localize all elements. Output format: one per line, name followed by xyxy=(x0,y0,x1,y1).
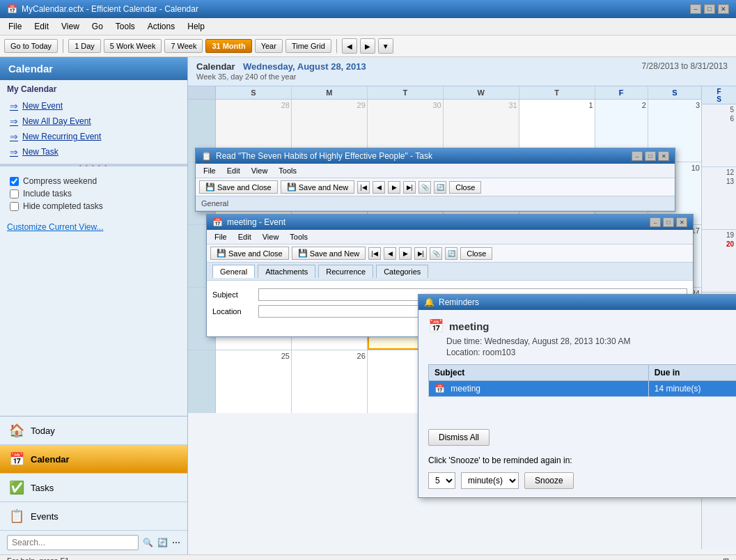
table-row[interactable]: 📅 meeting 14 minute(s) xyxy=(429,381,737,397)
meeting-close-btn2[interactable]: Close xyxy=(460,247,492,260)
minimize-button[interactable]: – xyxy=(690,4,701,14)
menu-view[interactable]: View xyxy=(56,20,85,33)
menu-file[interactable]: File xyxy=(3,20,27,33)
include-tasks-input[interactable] xyxy=(10,189,19,199)
hide-completed-label: Hide completed tasks xyxy=(23,201,103,211)
snooze-value-select[interactable]: 5 xyxy=(428,472,455,489)
task-menu-edit[interactable]: Edit xyxy=(222,165,245,176)
workweek-num: 5 xyxy=(110,42,114,50)
meeting-close-btn[interactable]: ✕ xyxy=(676,217,687,227)
meeting-window-menubar: File Edit View Tools xyxy=(207,230,693,244)
task-save-new-btn[interactable]: 💾 Save and New xyxy=(281,180,355,194)
meeting-save-new-icon: 💾 xyxy=(298,249,308,258)
meeting-menu-view[interactable]: View xyxy=(258,231,284,242)
hide-completed-checkbox[interactable]: Hide completed tasks xyxy=(7,200,180,212)
tab-recurrence[interactable]: Recurrence xyxy=(318,265,373,278)
nav-calendar[interactable]: 📅 Calendar xyxy=(0,445,187,474)
include-tasks-checkbox[interactable]: Include tasks xyxy=(7,187,180,200)
options-icon[interactable]: ⋯ xyxy=(172,538,180,547)
meeting-nav-next[interactable]: ▶ xyxy=(399,247,412,260)
day-num: 1 xyxy=(75,42,79,50)
new-recurring-link[interactable]: ⇒ New Recurring Event xyxy=(0,129,187,144)
menu-edit[interactable]: Edit xyxy=(29,20,54,33)
nav-tasks-label: Tasks xyxy=(31,483,54,493)
new-event-link[interactable]: ⇒ New Event xyxy=(0,98,187,114)
tab-categories[interactable]: Categories xyxy=(376,265,428,278)
snooze-button[interactable]: Snooze xyxy=(524,472,574,489)
customize-link[interactable]: Customize Current View... xyxy=(7,222,104,232)
close-button[interactable]: ✕ xyxy=(718,4,729,14)
reminders-titlebar[interactable]: 🔔 Reminders – □ ✕ xyxy=(418,295,736,310)
task-close-btn[interactable]: ✕ xyxy=(658,151,669,161)
menu-help[interactable]: Help xyxy=(182,20,210,33)
snooze-unit-select[interactable]: minute(s) xyxy=(461,472,519,489)
hide-completed-input[interactable] xyxy=(10,202,19,211)
year-view-button[interactable]: Year xyxy=(255,39,283,53)
meeting-nav-prev[interactable]: ◀ xyxy=(384,247,396,260)
cal-cell-aug25[interactable]: 25 xyxy=(216,350,292,413)
menu-go[interactable]: Go xyxy=(86,20,109,33)
sidebar-customize[interactable]: Customize Current View... xyxy=(0,217,187,238)
restore-button[interactable]: □ xyxy=(704,4,715,14)
meeting-minimize-btn[interactable]: – xyxy=(650,217,661,227)
sidebar-section: My Calendar xyxy=(0,80,187,98)
meeting-attach-btn[interactable]: 📎 xyxy=(430,247,442,260)
search-icon[interactable]: 🔍 xyxy=(143,538,153,547)
meeting-refresh-btn[interactable]: 🔄 xyxy=(445,247,457,260)
prev-button[interactable]: ◀ xyxy=(342,38,357,54)
task-menu-tools[interactable]: Tools xyxy=(274,165,302,176)
meeting-save-close-btn[interactable]: 💾 Save and Close xyxy=(210,247,289,260)
meeting-restore-btn[interactable]: □ xyxy=(663,217,674,227)
dropdown-button[interactable]: ▼ xyxy=(378,38,393,54)
timegrid-view-button[interactable]: Time Grid xyxy=(285,39,331,53)
task-nav-next[interactable]: ▶ xyxy=(388,181,400,194)
nav-tasks[interactable]: ✅ Tasks xyxy=(0,474,187,502)
right-col-row3: 19 20 xyxy=(702,230,736,293)
task-menu-file[interactable]: File xyxy=(198,165,221,176)
nav-today[interactable]: 🏠 Today xyxy=(0,417,187,445)
task-refresh-btn[interactable]: 🔄 xyxy=(434,181,446,194)
meeting-window-titlebar[interactable]: 📅 meeting - Event – □ ✕ xyxy=(207,215,693,230)
task-save-close-btn[interactable]: 💾 Save and Close xyxy=(199,180,278,194)
tab-attachments[interactable]: Attachments xyxy=(258,265,315,278)
task-nav-prev[interactable]: ◀ xyxy=(373,181,385,194)
meeting-window-icon: 📅 xyxy=(212,217,223,227)
task-nav-last[interactable]: ▶| xyxy=(403,181,416,194)
task-window-titlebar[interactable]: 📋 Read "The Seven Habits of Highly Effec… xyxy=(196,148,675,164)
menu-tools[interactable]: Tools xyxy=(110,20,141,33)
meeting-menu-file[interactable]: File xyxy=(210,231,232,242)
meeting-menu-edit[interactable]: Edit xyxy=(233,231,256,242)
today-icon: 🏠 xyxy=(8,422,25,439)
task-minimize-btn[interactable]: – xyxy=(632,151,643,161)
task-nav-first[interactable]: |◀ xyxy=(357,181,370,194)
goto-today-button[interactable]: Go to Today xyxy=(4,39,58,53)
task-menu-view[interactable]: View xyxy=(246,165,273,176)
meeting-menu-tools[interactable]: Tools xyxy=(285,231,313,242)
compress-weekend-checkbox[interactable]: Compress weekend xyxy=(7,175,180,187)
new-task-link[interactable]: ⇒ New Task xyxy=(0,144,187,160)
task-attach-btn[interactable]: 📎 xyxy=(418,181,431,194)
meeting-nav-last[interactable]: ▶| xyxy=(414,247,427,260)
next-button[interactable]: ▶ xyxy=(360,38,375,54)
new-allday-link[interactable]: ⇒ New All Day Event xyxy=(0,114,187,129)
meeting-nav-first[interactable]: |◀ xyxy=(368,247,381,260)
reminder-location: Location: room103 xyxy=(428,348,736,357)
day-view-button[interactable]: 1 Day xyxy=(68,39,101,53)
search-input[interactable] xyxy=(7,535,139,550)
meeting-save-new-btn[interactable]: 💾 Save and New xyxy=(292,247,366,260)
refresh-icon[interactable]: 🔄 xyxy=(157,538,168,547)
nav-events[interactable]: 📋 Events xyxy=(0,502,187,531)
week-view-button[interactable]: 7 Week xyxy=(164,39,203,53)
dismiss-all-button[interactable]: Dismiss All xyxy=(428,429,490,446)
task-close-btn2[interactable]: Close xyxy=(449,181,481,194)
sidebar-divider[interactable]: • • • • • xyxy=(0,164,187,166)
month-view-button[interactable]: 31 Month xyxy=(205,39,251,53)
menu-actions[interactable]: Actions xyxy=(142,20,180,33)
task-restore-btn[interactable]: □ xyxy=(645,151,656,161)
compress-weekend-input[interactable] xyxy=(10,177,19,186)
new-recurring-label: New Recurring Event xyxy=(22,132,101,141)
tab-general[interactable]: General xyxy=(212,265,255,278)
reminder-table-header-subject: Subject xyxy=(429,365,649,381)
workweek-view-button[interactable]: 5 Work Week xyxy=(104,39,162,53)
cal-cell-aug26[interactable]: 26 xyxy=(292,350,368,413)
